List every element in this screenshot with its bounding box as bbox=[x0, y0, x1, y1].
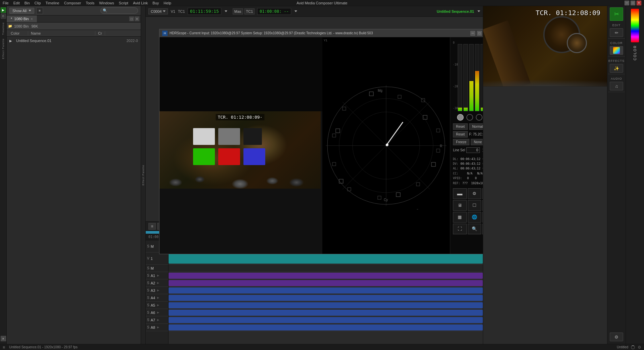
svg-rect-21 bbox=[332, 134, 336, 137]
normal-dropdown[interactable]: Normal bbox=[469, 123, 483, 130]
show-all-button[interactable]: Show All bbox=[9, 8, 34, 14]
effects-tool-fx[interactable]: ✨ bbox=[610, 64, 623, 73]
win-minimize[interactable]: ─ bbox=[625, 1, 629, 5]
reset-button[interactable]: Reset bbox=[453, 123, 468, 130]
track-row-a7[interactable] bbox=[169, 316, 483, 324]
sidebar-bin-icon[interactable]: B bbox=[1, 13, 6, 19]
line-sel-up[interactable]: ▲ bbox=[482, 147, 483, 150]
track-row-a3[interactable] bbox=[169, 287, 483, 294]
scope-btn-expand[interactable]: ⛶ bbox=[453, 224, 467, 234]
audio-clip-a8[interactable] bbox=[169, 324, 483, 330]
scope-btn-globe[interactable]: 🌐 bbox=[468, 212, 481, 223]
hdrscope-minimize[interactable]: ─ bbox=[470, 31, 475, 36]
video-clip-1[interactable] bbox=[169, 254, 483, 264]
scope-btn-search[interactable]: 🔍 bbox=[468, 224, 481, 234]
transport-seq-chevron[interactable] bbox=[477, 10, 480, 12]
menu-help[interactable]: Help bbox=[164, 1, 171, 5]
audio-clip-a4[interactable] bbox=[169, 295, 483, 301]
menu-clip[interactable]: Clip bbox=[35, 1, 41, 5]
bin-tab-close-icon[interactable]: × bbox=[31, 17, 33, 21]
bin-tab-close-all[interactable]: × bbox=[135, 16, 139, 21]
settings-gear-icon[interactable]: ⚙ bbox=[610, 333, 623, 341]
status-settings-icon[interactable]: ⚙ bbox=[638, 345, 641, 350]
meter-circle-1[interactable] bbox=[457, 114, 464, 121]
track-row-video[interactable] bbox=[169, 252, 483, 265]
scope-btn-signal[interactable]: 📡 bbox=[482, 188, 483, 199]
track-row-a4[interactable] bbox=[169, 294, 483, 302]
menu-file[interactable]: File bbox=[3, 1, 9, 5]
audio-clip-a6[interactable] bbox=[169, 310, 483, 316]
menu-edit[interactable]: Edit bbox=[13, 1, 20, 5]
scope-btn-rect[interactable]: ☐ bbox=[468, 200, 481, 211]
meter-scale-neg30: -30 bbox=[453, 107, 458, 110]
menu-timeline[interactable]: Timeline bbox=[46, 1, 59, 5]
bin-search-field[interactable]: 🔍 bbox=[100, 7, 138, 14]
win-maximize[interactable]: □ bbox=[631, 1, 635, 5]
line-sel-input[interactable]: 0 bbox=[466, 147, 480, 153]
audio-clip-a1[interactable] bbox=[169, 273, 483, 279]
bin-tab-1080[interactable]: * 1080 Bin × bbox=[7, 15, 37, 22]
sidebar-top-icon[interactable]: ▶ bbox=[1, 7, 6, 13]
sidebar-close-icon[interactable]: × bbox=[1, 336, 6, 341]
meter-bar-4 bbox=[475, 44, 479, 111]
menu-bin[interactable]: Bin bbox=[25, 1, 30, 5]
vpid-val2: 0 bbox=[475, 176, 476, 181]
svg-line-23 bbox=[386, 122, 403, 146]
hdrscope-app-icon: H bbox=[162, 31, 168, 36]
hdrscope-titlebar[interactable]: H HDRScope - Current Input: 1920x1080i@2… bbox=[159, 29, 483, 37]
status-hamburger[interactable]: ≡ bbox=[3, 345, 5, 350]
bin-tab-expand[interactable]: □ bbox=[129, 16, 134, 21]
track-row-a1[interactable] bbox=[169, 272, 483, 279]
video-preview-small: TCR. 01:12:08:09· bbox=[159, 111, 321, 189]
col-created[interactable]: Cr bbox=[95, 31, 105, 35]
audio-clip-a2[interactable] bbox=[169, 280, 483, 286]
track-row-a5[interactable] bbox=[169, 302, 483, 309]
track-row-a8[interactable] bbox=[169, 324, 483, 331]
win-close[interactable]: × bbox=[637, 1, 641, 5]
audio-label: AUDIO bbox=[611, 76, 622, 81]
menu-windows[interactable]: Windows bbox=[99, 1, 114, 5]
menu-composer[interactable]: Composer bbox=[64, 1, 81, 5]
transport-dur-chevron[interactable] bbox=[294, 10, 297, 12]
bin-tab-label: 1080 Bin bbox=[14, 17, 29, 21]
none-button[interactable]: None bbox=[471, 139, 483, 145]
transport-timecode-chevron[interactable] bbox=[225, 10, 227, 12]
scope-btn-settings[interactable]: ⚙ bbox=[468, 188, 481, 199]
transport-clip-btn[interactable]: C0004 bbox=[148, 8, 168, 14]
col-name[interactable]: Name bbox=[28, 31, 95, 35]
audio-clip-a5[interactable] bbox=[169, 302, 483, 308]
bin-row-sequence[interactable]: ▶ Untitled Sequence.01 2022-0 bbox=[7, 37, 141, 44]
menu-tools[interactable]: Tools bbox=[86, 1, 94, 5]
right-monitor-tcr: TCR. 01:12:08:09 bbox=[536, 9, 600, 17]
hdrscope-restore[interactable]: □ bbox=[477, 31, 482, 36]
edit-tool-pencil[interactable]: ✏ bbox=[610, 28, 623, 37]
tl-hamburger[interactable]: ≡ bbox=[148, 223, 156, 230]
vectorscope: R Cy Mg Mg Cy Y1 Y1 bbox=[322, 37, 450, 254]
audio-clip-a7[interactable] bbox=[169, 317, 483, 323]
scope-btn-calendar[interactable]: 📅 bbox=[482, 212, 483, 223]
search-input[interactable] bbox=[109, 9, 136, 12]
menu-avid-link[interactable]: Avid Link bbox=[133, 1, 148, 5]
meter-circle-3[interactable] bbox=[476, 114, 482, 121]
settings-area: ⚙ bbox=[610, 333, 623, 343]
line-sel-down[interactable]: ▼ bbox=[482, 150, 483, 154]
svg-rect-10 bbox=[396, 193, 400, 197]
bin-menu-btn[interactable]: ≡ bbox=[36, 7, 43, 14]
edit-panel-icon[interactable]: ✂ bbox=[610, 7, 623, 21]
reset2-button[interactable]: Reset bbox=[453, 131, 468, 138]
scope-btn-monitor[interactable]: 🖥 bbox=[453, 200, 467, 211]
menu-script[interactable]: Script bbox=[119, 1, 128, 5]
color-tool-swatch[interactable] bbox=[610, 46, 623, 55]
audio-tool-wave[interactable]: ♫ bbox=[610, 82, 623, 90]
meter-circle-2[interactable] bbox=[466, 114, 473, 121]
audio-clip-a3[interactable] bbox=[169, 287, 483, 294]
track-row-a6[interactable] bbox=[169, 309, 483, 316]
menu-buy[interactable]: Buy bbox=[152, 1, 159, 5]
freeze-button[interactable]: Freeze bbox=[453, 139, 469, 145]
svg-text:Mg: Mg bbox=[378, 89, 382, 92]
track-row-a2[interactable] bbox=[169, 279, 483, 287]
scope-btn-camera[interactable]: 📷 bbox=[482, 200, 483, 211]
scope-btn-audio-wave[interactable]: 🎵 bbox=[482, 224, 483, 234]
scope-btn-waveform[interactable]: ▬ bbox=[453, 188, 467, 199]
scope-btn-grid[interactable]: ▦ bbox=[453, 212, 467, 223]
